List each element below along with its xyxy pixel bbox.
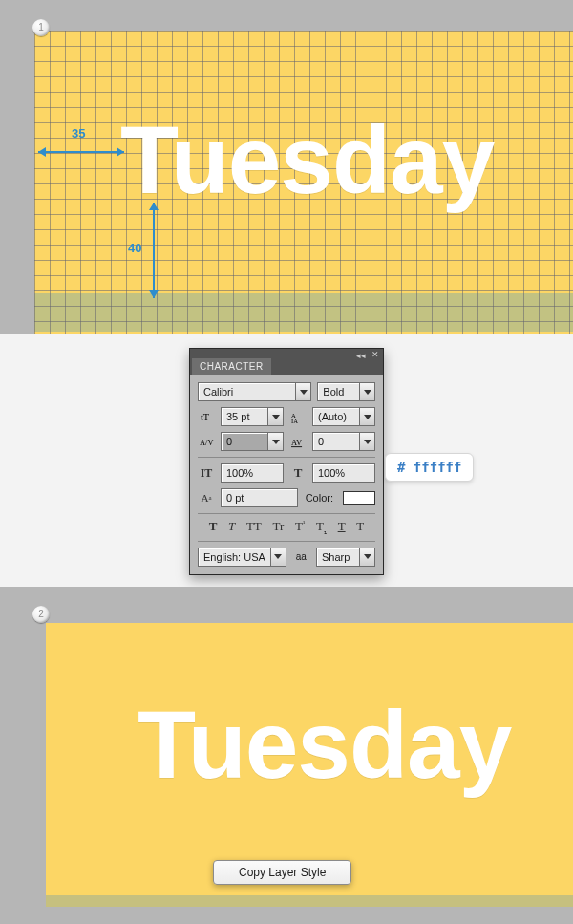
- leading-icon: AIA: [289, 408, 307, 425]
- text-color-swatch[interactable]: [343, 491, 375, 505]
- svg-text:A/V: A/V: [200, 438, 214, 447]
- panel-tab-character[interactable]: CHARACTER: [192, 358, 271, 375]
- design-canvas-1[interactable]: Tuesday 35 40: [34, 31, 573, 334]
- close-icon[interactable]: ✕: [371, 350, 379, 359]
- chevron-down-icon[interactable]: [359, 383, 374, 400]
- artboard-lower-band: [46, 895, 573, 907]
- antialias-select[interactable]: Sharp: [316, 548, 375, 567]
- italic-toggle[interactable]: T: [228, 519, 235, 536]
- chevron-down-icon[interactable]: [359, 433, 374, 450]
- chevron-down-icon[interactable]: [359, 548, 374, 566]
- type-style-row: T T TT Tr T¹ T₁ T T: [198, 513, 375, 542]
- vertical-scale-icon: IT: [198, 464, 215, 482]
- kerning-input[interactable]: 0: [221, 432, 284, 451]
- character-panel-section: ◂◂ ✕ CHARACTER Calibri Bold tT: [0, 334, 573, 587]
- tracking-input[interactable]: 0: [312, 432, 375, 451]
- horizontal-measurement: 35: [38, 145, 124, 164]
- chevron-down-icon[interactable]: [270, 548, 286, 566]
- leading-input[interactable]: (Auto): [312, 407, 375, 426]
- baseline-shift-input[interactable]: 0 pt: [221, 488, 298, 507]
- step-badge-1: 1: [32, 19, 50, 36]
- underline-toggle[interactable]: T: [338, 519, 346, 536]
- subscript-toggle[interactable]: T₁: [316, 519, 327, 536]
- font-style-select[interactable]: Bold: [317, 382, 375, 401]
- panel-body: Calibri Bold tT 35 pt AIA: [190, 375, 383, 574]
- baseline-shift-icon: Aa: [198, 489, 215, 506]
- svg-text:IA: IA: [291, 418, 298, 424]
- chevron-down-icon[interactable]: [267, 408, 283, 425]
- flyout-menu-icon[interactable]: ◂◂: [356, 351, 366, 360]
- font-family-select[interactable]: Calibri: [198, 382, 311, 401]
- character-panel[interactable]: ◂◂ ✕ CHARACTER Calibri Bold tT: [189, 348, 384, 575]
- step-2-canvas: 2 Tuesday Copy Layer Style: [0, 587, 573, 924]
- step-badge-2: 2: [32, 606, 50, 623]
- arrow-vertical-icon: [153, 203, 155, 298]
- arrow-horizontal-icon: [38, 151, 124, 153]
- vertical-scale-input[interactable]: 100%: [221, 463, 284, 483]
- horizontal-scale-icon: T: [289, 464, 307, 482]
- color-hex-callout: # ffffff: [385, 453, 474, 482]
- kerning-icon: A/V: [198, 433, 215, 450]
- context-menu-item-copy-layer-style[interactable]: Copy Layer Style: [213, 860, 351, 885]
- chevron-down-icon[interactable]: [295, 383, 310, 400]
- strikethrough-toggle[interactable]: T: [356, 519, 364, 536]
- language-select[interactable]: English: USA: [198, 548, 286, 567]
- chevron-down-icon[interactable]: [267, 433, 283, 450]
- measurement-label: 35: [72, 126, 85, 140]
- day-text-layer[interactable]: Tuesday: [120, 105, 494, 215]
- day-text-layer[interactable]: Tuesday: [138, 690, 511, 800]
- chevron-down-icon[interactable]: [359, 408, 374, 425]
- svg-text:tT: tT: [200, 412, 209, 422]
- allcaps-toggle[interactable]: TT: [246, 519, 262, 536]
- tracking-icon: AV: [289, 433, 307, 450]
- superscript-toggle[interactable]: T¹: [295, 519, 305, 536]
- font-size-input[interactable]: 35 pt: [221, 407, 284, 426]
- horizontal-scale-input[interactable]: 100%: [312, 463, 375, 483]
- bold-toggle[interactable]: T: [209, 519, 218, 536]
- vertical-measurement: 40: [147, 203, 166, 298]
- color-label: Color:: [304, 492, 333, 504]
- smallcaps-toggle[interactable]: Tr: [272, 519, 284, 536]
- svg-text:AV: AV: [291, 438, 302, 447]
- measurement-label: 40: [128, 241, 141, 255]
- font-size-icon: tT: [198, 408, 215, 425]
- antialias-icon: aa: [296, 551, 307, 562]
- step-1-canvas: 1 Tuesday 35 40: [0, 0, 573, 334]
- panel-topbar[interactable]: ◂◂ ✕: [190, 349, 383, 358]
